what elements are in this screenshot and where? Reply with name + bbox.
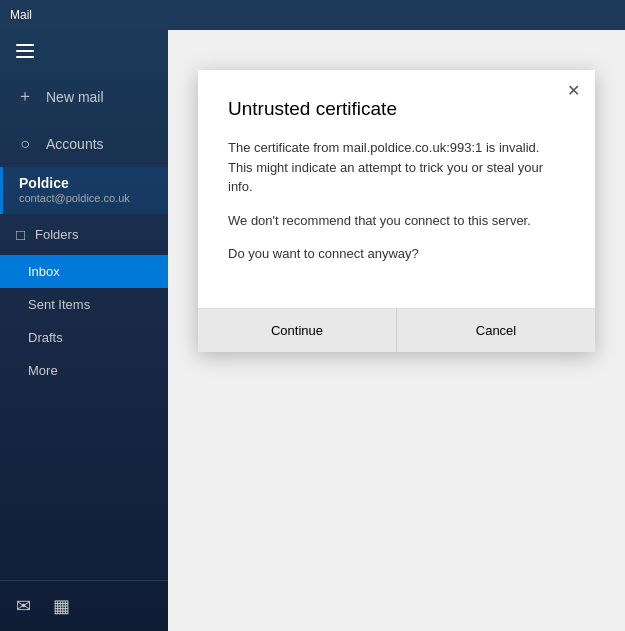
folders-section: □ Folders xyxy=(0,214,168,255)
folders-label: Folders xyxy=(35,227,78,242)
account-item[interactable]: Poldice contact@poldice.co.uk xyxy=(0,167,168,214)
sidebar-item-more[interactable]: More xyxy=(0,354,168,387)
continue-button[interactable]: Continue xyxy=(198,309,397,352)
title-bar: Mail xyxy=(0,0,625,30)
new-mail-label: New mail xyxy=(46,89,104,105)
folders-icon: □ xyxy=(16,226,25,243)
calendar-bottom-icon[interactable]: ▦ xyxy=(49,591,74,621)
dialog-area: ✕ Untrusted certificate The certificate … xyxy=(168,30,625,631)
dialog-warning: We don't recommend that you connect to t… xyxy=(228,211,565,231)
sent-label: Sent Items xyxy=(28,297,90,312)
sidebar-item-accounts[interactable]: ○ Accounts xyxy=(0,121,168,167)
more-label: More xyxy=(28,363,58,378)
dialog-body: Untrusted certificate The certificate fr… xyxy=(198,70,595,308)
sidebar-bottom: ✉ ▦ xyxy=(0,580,168,631)
mail-bottom-icon[interactable]: ✉ xyxy=(12,591,35,621)
app-title: Mail xyxy=(10,8,32,22)
account-name: Poldice xyxy=(19,175,152,191)
cancel-button[interactable]: Cancel xyxy=(397,309,595,352)
dialog-footer: Continue Cancel xyxy=(198,308,595,352)
dialog-message: The certificate from mail.poldice.co.uk:… xyxy=(228,138,565,197)
account-email: contact@poldice.co.uk xyxy=(19,192,152,204)
app-body: ＋ New mail ○ Accounts Poldice contact@po… xyxy=(0,30,625,631)
inbox-label: Inbox xyxy=(28,264,60,279)
drafts-label: Drafts xyxy=(28,330,63,345)
hamburger-icon xyxy=(16,44,34,58)
new-mail-icon: ＋ xyxy=(16,86,34,107)
sidebar-item-new-mail[interactable]: ＋ New mail xyxy=(0,72,168,121)
dialog-untrusted-certificate: ✕ Untrusted certificate The certificate … xyxy=(198,70,595,352)
dialog-title: Untrusted certificate xyxy=(228,98,565,120)
sidebar: ＋ New mail ○ Accounts Poldice contact@po… xyxy=(0,30,168,631)
accounts-label: Accounts xyxy=(46,136,104,152)
dialog-question: Do you want to connect anyway? xyxy=(228,244,565,264)
dialog-close-button[interactable]: ✕ xyxy=(561,78,585,102)
sidebar-item-drafts[interactable]: Drafts xyxy=(0,321,168,354)
hamburger-button[interactable] xyxy=(0,30,168,72)
sidebar-item-sent[interactable]: Sent Items xyxy=(0,288,168,321)
sidebar-item-inbox[interactable]: Inbox xyxy=(0,255,168,288)
accounts-icon: ○ xyxy=(16,135,34,153)
